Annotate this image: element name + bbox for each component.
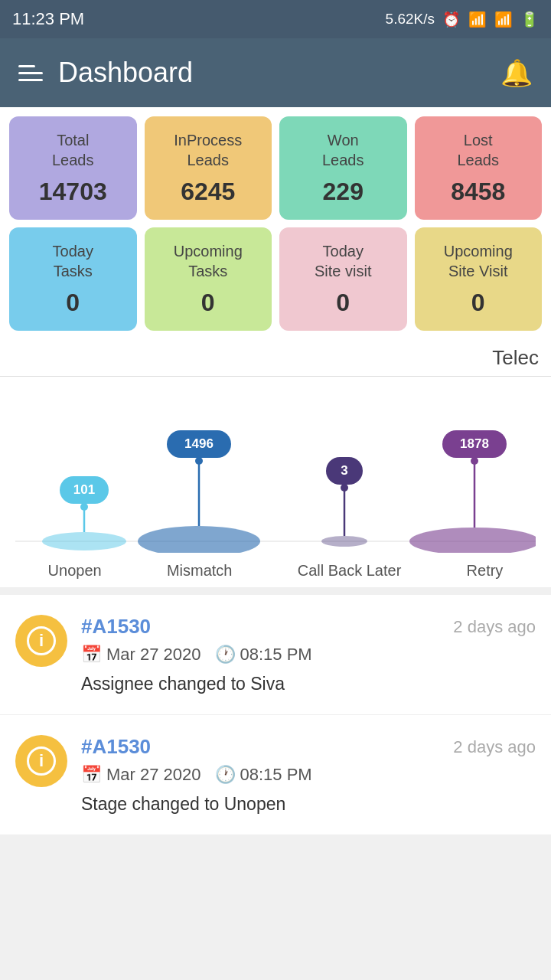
card-label-lost-leads: LostLeads: [458, 130, 500, 170]
svg-point-1: [42, 532, 126, 550]
card-label-total-leads: TotalLeads: [52, 130, 94, 170]
activity-time-2: 2 days ago: [453, 737, 536, 757]
card-value-won-leads: 229: [323, 178, 364, 206]
status-icons: 5.62K/s ⏰ 📶 📶 🔋: [386, 11, 539, 28]
telec-label: Telec: [0, 340, 551, 377]
activity-hour-2: 🕐 08:15 PM: [215, 765, 312, 785]
activity-id-1[interactable]: #A1530: [81, 615, 151, 639]
activity-desc-2: Stage changed to Unopen: [81, 794, 536, 815]
hamburger-menu[interactable]: [18, 65, 43, 81]
cards-section: TotalLeads 14703 InProcessLeads 6245 Won…: [0, 107, 551, 340]
chart-svg: 101 1496 3 1878: [15, 400, 536, 553]
chart-label-mismatch: Mismatch: [167, 562, 233, 580]
card-label-inprocess-leads: InProcessLeads: [174, 130, 242, 170]
card-label-upcoming-site-visit: UpcomingSite Visit: [444, 241, 513, 281]
top-nav: Dashboard 🔔: [0, 38, 551, 107]
card-value-inprocess-leads: 6245: [181, 178, 235, 206]
activity-section: i #A1530 2 days ago 📅 Mar 27 2020 🕐 08:1…: [0, 595, 551, 835]
svg-point-6: [138, 526, 260, 553]
activity-header-1: #A1530 2 days ago: [81, 615, 536, 639]
chart-label-retry: Retry: [467, 562, 504, 580]
card-value-total-leads: 14703: [39, 178, 107, 206]
clock-icon-2: 🕐: [215, 765, 236, 785]
activity-content-2: #A1530 2 days ago 📅 Mar 27 2020 🕐 08:15 …: [81, 735, 536, 815]
activity-time-1: 2 days ago: [453, 617, 536, 637]
activity-desc-1: Assignee changed to Siva: [81, 674, 536, 694]
alarm-icon: ⏰: [442, 11, 461, 28]
wifi-icon: 📶: [468, 11, 487, 28]
calendar-icon-2: 📅: [81, 765, 102, 785]
card-total-leads[interactable]: TotalLeads 14703: [9, 116, 137, 220]
svg-point-3: [80, 503, 88, 511]
card-value-today-tasks: 0: [66, 289, 80, 317]
status-bar: 11:23 PM 5.62K/s ⏰ 📶 📶 🔋: [0, 0, 551, 38]
activity-meta-1: 📅 Mar 27 2020 🕐 08:15 PM: [81, 645, 536, 665]
activity-item: i #A1530 2 days ago 📅 Mar 27 2020 🕐 08:1…: [0, 595, 551, 715]
svg-text:1496: 1496: [184, 436, 214, 451]
card-upcoming-tasks[interactable]: UpcomingTasks 0: [145, 227, 272, 331]
chart-label-callbacklater: Call Back Later: [298, 562, 402, 580]
network-speed: 5.62K/s: [386, 11, 435, 28]
bell-icon[interactable]: 🔔: [500, 57, 533, 88]
svg-point-16: [409, 528, 536, 553]
chart-labels: Unopen Mismatch Call Back Later Retry: [15, 556, 536, 580]
activity-date-2: 📅 Mar 27 2020: [81, 765, 201, 785]
svg-point-8: [195, 457, 203, 465]
svg-point-11: [321, 536, 367, 547]
info-icon-2: i: [27, 746, 56, 776]
activity-icon-1: i: [15, 615, 67, 667]
svg-point-18: [471, 457, 478, 465]
status-time: 11:23 PM: [12, 9, 84, 29]
activity-item-2: i #A1530 2 days ago 📅 Mar 27 2020 🕐 08:1…: [0, 715, 551, 835]
activity-content-1: #A1530 2 days ago 📅 Mar 27 2020 🕐 08:15 …: [81, 615, 536, 694]
clock-icon-1: 🕐: [215, 645, 236, 665]
battery-icon: 🔋: [520, 11, 539, 28]
svg-text:1878: 1878: [460, 436, 489, 451]
cards-grid: TotalLeads 14703 InProcessLeads 6245 Won…: [9, 116, 542, 331]
info-icon-1: i: [27, 626, 56, 655]
card-today-tasks[interactable]: TodayTasks 0: [9, 227, 137, 331]
activity-hour-1: 🕐 08:15 PM: [215, 645, 312, 665]
activity-meta-2: 📅 Mar 27 2020 🕐 08:15 PM: [81, 765, 536, 785]
page-title: Dashboard: [58, 57, 193, 89]
card-upcoming-site-visit[interactable]: UpcomingSite Visit 0: [415, 227, 543, 331]
activity-icon-2: i: [15, 735, 67, 787]
card-label-today-site-visit: TodaySite visit: [315, 241, 371, 281]
card-lost-leads[interactable]: LostLeads 8458: [415, 116, 543, 220]
card-won-leads[interactable]: WonLeads 229: [279, 116, 407, 220]
card-value-lost-leads: 8458: [451, 178, 505, 206]
activity-date-1: 📅 Mar 27 2020: [81, 645, 201, 665]
signal-icon: 📶: [494, 11, 513, 28]
svg-text:101: 101: [73, 482, 95, 497]
card-label-upcoming-tasks: UpcomingTasks: [174, 241, 243, 281]
card-inprocess-leads[interactable]: InProcessLeads 6245: [145, 116, 272, 220]
svg-point-13: [341, 484, 348, 492]
card-today-site-visit[interactable]: TodaySite visit 0: [279, 227, 407, 331]
calendar-icon-1: 📅: [81, 645, 102, 665]
svg-text:3: 3: [341, 463, 347, 478]
card-value-upcoming-site-visit: 0: [471, 289, 485, 317]
nav-left: Dashboard: [18, 57, 193, 89]
chart-section: 101 1496 3 1878 Unopen Mismatch Call Bac…: [0, 377, 551, 587]
card-label-today-tasks: TodayTasks: [53, 241, 93, 281]
chart-label-unopen: Unopen: [48, 562, 102, 580]
activity-id-2[interactable]: #A1530: [81, 735, 151, 759]
card-value-upcoming-tasks: 0: [201, 289, 215, 317]
card-label-won-leads: WonLeads: [322, 130, 364, 170]
activity-header-2: #A1530 2 days ago: [81, 735, 536, 759]
card-value-today-site-visit: 0: [336, 289, 350, 317]
